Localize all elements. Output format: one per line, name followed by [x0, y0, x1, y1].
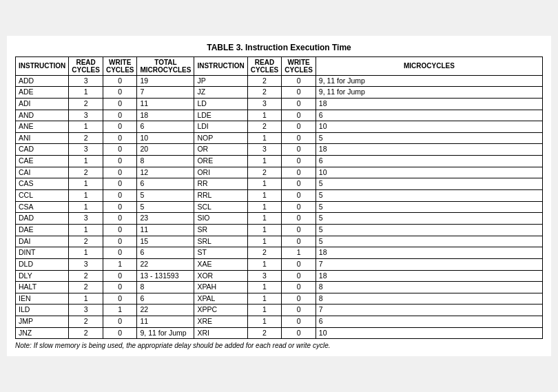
left-instruction-cell: ADE	[16, 87, 69, 99]
left-read-cell: 2	[69, 327, 103, 339]
right-micro-cell: 10	[316, 121, 542, 133]
right-write-cell: 0	[282, 282, 316, 293]
right-instruction-cell: XOR	[194, 270, 247, 282]
left-instruction-cell: DAI	[16, 236, 69, 247]
left-read-cell: 1	[69, 178, 103, 190]
left-total-cell: 6	[137, 178, 194, 190]
left-instruction-cell: DLD	[16, 258, 69, 270]
right-micro-cell: 5	[316, 132, 542, 144]
left-write-cell: 1	[103, 258, 137, 270]
right-instruction-cell: XPPC	[194, 305, 247, 316]
left-write-cell: 0	[103, 98, 137, 110]
left-read-cell: 2	[69, 282, 103, 293]
right-read-cell: 1	[247, 236, 282, 247]
right-micro-cell: 5	[316, 236, 542, 247]
left-write-cell: 0	[103, 282, 137, 293]
right-read-cell: 1	[247, 201, 282, 213]
left-total-cell: 5	[137, 190, 194, 202]
right-micro-cell: 5	[316, 213, 542, 225]
right-read-cell: 1	[247, 190, 282, 202]
right-write-cell: 0	[282, 110, 316, 121]
left-read-cell: 2	[69, 98, 103, 110]
left-microcycles-header: TOTALMICROCYCLES	[137, 56, 194, 75]
left-read-cell: 1	[69, 156, 103, 167]
right-micro-cell: 9, 11 for Jump	[316, 87, 542, 99]
left-write-cell: 0	[103, 121, 137, 133]
left-write-cell: 0	[103, 270, 137, 282]
table-note: Note: If slow memory is being used, the …	[15, 342, 543, 349]
left-instruction-cell: ADI	[16, 98, 69, 110]
right-read-cell: 1	[247, 178, 282, 190]
right-instruction-cell: JP	[194, 75, 247, 87]
left-instruction-cell: CAD	[16, 144, 69, 156]
left-read-cell: 3	[69, 213, 103, 225]
right-read-cell: 1	[247, 156, 282, 167]
left-instruction-cell: CSA	[16, 201, 69, 213]
right-micro-cell: 6	[316, 316, 542, 328]
right-write-cell: 0	[282, 144, 316, 156]
left-instruction-cell: ANI	[16, 132, 69, 144]
right-read-cell: 1	[247, 316, 282, 328]
left-write-cycles-header: WRITECYCLES	[103, 56, 137, 75]
right-instruction-cell: XPAH	[194, 282, 247, 293]
left-total-cell: 11	[137, 98, 194, 110]
right-read-cycles-header: READCYCLES	[247, 56, 282, 75]
left-write-cell: 0	[103, 247, 137, 259]
left-total-cell: 18	[137, 110, 194, 121]
right-read-cell: 1	[247, 258, 282, 270]
left-instruction-cell: DAE	[16, 224, 69, 236]
left-total-cell: 6	[137, 247, 194, 259]
right-write-cell: 0	[282, 167, 316, 178]
right-read-cell: 2	[247, 247, 282, 259]
right-read-cell: 3	[247, 98, 282, 110]
left-total-cell: 6	[137, 293, 194, 305]
left-write-cell: 0	[103, 201, 137, 213]
right-read-cell: 3	[247, 270, 282, 282]
left-total-cell: 13 - 131593	[137, 270, 194, 282]
right-micro-cell: 10	[316, 167, 542, 178]
left-instruction-cell: ILD	[16, 305, 69, 316]
right-instruction-cell: SIO	[194, 213, 247, 225]
left-total-cell: 5	[137, 201, 194, 213]
right-read-cell: 1	[247, 282, 282, 293]
right-write-cell: 0	[282, 121, 316, 133]
left-read-cell: 3	[69, 258, 103, 270]
left-read-cell: 2	[69, 316, 103, 328]
right-instruction-cell: ORE	[194, 156, 247, 167]
left-read-cell: 3	[69, 305, 103, 316]
right-instruction-cell: XAE	[194, 258, 247, 270]
left-instruction-cell: IEN	[16, 293, 69, 305]
left-read-cycles-header: READCYCLES	[69, 56, 103, 75]
right-micro-cell: 5	[316, 190, 542, 202]
right-write-cell: 0	[282, 305, 316, 316]
left-write-cell: 0	[103, 327, 137, 339]
left-instruction-cell: CCL	[16, 190, 69, 202]
right-write-cell: 0	[282, 236, 316, 247]
right-write-cell: 0	[282, 316, 316, 328]
right-instruction-cell: JZ	[194, 87, 247, 99]
right-write-cell: 0	[282, 87, 316, 99]
right-read-cell: 2	[247, 167, 282, 178]
left-write-cell: 0	[103, 144, 137, 156]
left-write-cell: 0	[103, 87, 137, 99]
right-micro-cell: 7	[316, 305, 542, 316]
right-micro-cell: 18	[316, 247, 542, 259]
left-instruction-cell: DLY	[16, 270, 69, 282]
left-instruction-cell: CAI	[16, 167, 69, 178]
left-instruction-cell: DAD	[16, 213, 69, 225]
left-read-cell: 1	[69, 190, 103, 202]
left-total-cell: 6	[137, 121, 194, 133]
right-write-cell: 0	[282, 132, 316, 144]
right-read-cell: 2	[247, 87, 282, 99]
right-write-cell: 0	[282, 213, 316, 225]
right-write-cell: 0	[282, 98, 316, 110]
left-write-cell: 0	[103, 224, 137, 236]
right-micro-cell: 5	[316, 224, 542, 236]
left-total-cell: 15	[137, 236, 194, 247]
right-micro-cell: 9, 11 for Jump	[316, 75, 542, 87]
right-read-cell: 1	[247, 132, 282, 144]
left-instruction-cell: CAE	[16, 156, 69, 167]
left-instruction-header: INSTRUCTION	[16, 56, 69, 75]
left-instruction-cell: DINT	[16, 247, 69, 259]
right-microcycles-header: MICROCYCLES	[316, 56, 542, 75]
